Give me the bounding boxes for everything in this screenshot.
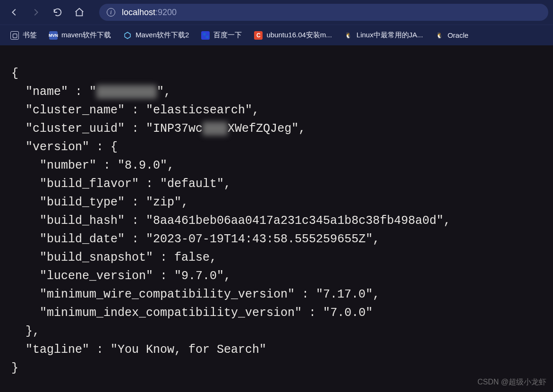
lucene-version: 9.7.0 xyxy=(181,269,217,283)
cluster-name-value: elasticsearch xyxy=(153,103,245,117)
maven-icon: MVN xyxy=(49,31,58,40)
oracle-icon: 🐧 xyxy=(435,31,444,40)
svg-marker-0 xyxy=(125,32,130,39)
bookmark-item[interactable]: 🐾 百度一下 xyxy=(196,29,247,42)
cluster-uuid-suffix: XWefZQJeg xyxy=(228,122,291,136)
cluster-uuid-prefix: INP37wc xyxy=(153,122,203,136)
min-index-compat: 7.0.0 xyxy=(330,306,366,320)
version-number: 8.9.0 xyxy=(125,159,160,172)
hexagon-icon xyxy=(123,31,132,40)
bookmark-label: 百度一下 xyxy=(213,31,242,40)
forward-button[interactable] xyxy=(26,4,45,21)
bookmark-item[interactable]: 🐧 Linux中最常用的JA... xyxy=(339,29,429,42)
watermark-text: CSDN @超级小龙虾 xyxy=(477,377,546,387)
tagline: You Know, for Search xyxy=(118,343,259,357)
url-host: localhost xyxy=(122,8,155,17)
bookmark-label: Maven软件下载2 xyxy=(136,31,189,40)
bookmark-item[interactable]: 🐧 Oracle xyxy=(430,29,474,42)
build-snapshot: false xyxy=(174,251,210,264)
bookmark-label: Oracle xyxy=(448,31,468,39)
url-text: localhost:9200 xyxy=(122,8,177,17)
bookmarks-bar: ▢ 书签 MVN maven软件下载 Maven软件下载2 🐾 百度一下 C u… xyxy=(0,25,553,45)
bookmark-label: maven软件下载 xyxy=(61,31,111,40)
bookmark-label: Linux中最常用的JA... xyxy=(357,31,423,40)
build-hash: 8aa461beb06aa0417a231c345a1b8c38fb498a0d xyxy=(153,214,436,228)
url-port: :9200 xyxy=(155,8,177,17)
file-icon: ▢ xyxy=(10,31,19,40)
csdn-icon: C xyxy=(254,31,263,40)
home-button[interactable] xyxy=(70,4,89,21)
bookmark-item[interactable]: MVN maven软件下载 xyxy=(43,29,117,42)
address-bar[interactable]: i localhost:9200 xyxy=(99,4,548,21)
bookmark-item[interactable]: C ubuntu16.04安装m... xyxy=(248,29,337,42)
build-type: zip xyxy=(153,196,174,209)
bookmark-label: ubuntu16.04安装m... xyxy=(266,31,332,40)
bookmark-label: 书签 xyxy=(23,31,37,40)
reload-button[interactable] xyxy=(48,4,67,21)
build-flavor: default xyxy=(167,177,217,191)
linux-icon: 🐧 xyxy=(344,31,353,40)
build-date: 2023-07-19T14:43:58.555259655Z xyxy=(153,232,366,246)
bookmark-item[interactable]: Maven软件下载2 xyxy=(118,29,195,42)
min-wire-compat: 7.17.0 xyxy=(323,288,366,301)
redacted-name: ████████ xyxy=(96,85,157,99)
back-button[interactable] xyxy=(5,4,24,21)
site-info-icon[interactable]: i xyxy=(107,8,115,17)
json-response-body: { "name" : "████████", "cluster_name" : … xyxy=(0,45,553,377)
browser-toolbar: i localhost:9200 xyxy=(0,0,553,25)
baidu-icon: 🐾 xyxy=(201,31,210,40)
bookmark-item[interactable]: ▢ 书签 xyxy=(5,29,43,42)
redacted-uuid-part: ███ xyxy=(203,122,228,136)
